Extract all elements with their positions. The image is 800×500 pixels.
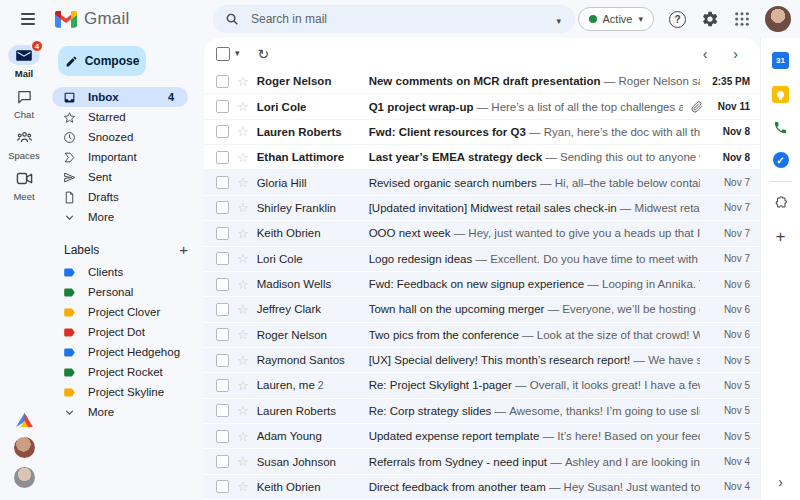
email-row[interactable]: ☆ Lauren, me 2 Re: Project Skylight 1-pa… (204, 373, 760, 398)
star-icon[interactable]: ☆ (237, 75, 249, 88)
sidebar-label[interactable]: Project Dot (48, 322, 204, 342)
row-checkbox[interactable] (216, 176, 229, 189)
rail-item-chat[interactable]: Chat (8, 86, 40, 120)
email-row[interactable]: ☆ Roger Nelson Two pics from the confere… (204, 323, 760, 348)
sidebar-label[interactable]: Project Rocket (48, 362, 204, 382)
row-checkbox[interactable] (216, 100, 229, 113)
newer-page-button[interactable]: ‹ (703, 47, 708, 61)
select-options-caret[interactable]: ▾ (235, 49, 240, 58)
row-checkbox[interactable] (216, 328, 229, 341)
email-row[interactable]: ☆ Lauren Roberts Re: Corp strategy slide… (204, 399, 760, 424)
labels-more[interactable]: More (48, 402, 204, 422)
main-menu-button[interactable] (15, 6, 41, 32)
voice-phone-icon (773, 120, 788, 135)
settings-button[interactable] (701, 10, 719, 28)
google-apps-button[interactable] (734, 11, 750, 27)
sidebar-item-drafts[interactable]: Drafts (52, 187, 188, 207)
rail-item-meet[interactable]: Meet (8, 168, 40, 202)
email-row[interactable]: ☆ Gloria Hill Revised organic search num… (204, 170, 760, 195)
row-checkbox[interactable] (216, 75, 229, 88)
calendar-panel-button[interactable]: 31 (772, 52, 789, 69)
contact-avatar[interactable] (14, 437, 35, 458)
sidebar-label[interactable]: Clients (48, 262, 204, 282)
email-row[interactable]: ☆ Raymond Santos [UX] Special delivery! … (204, 348, 760, 373)
star-icon[interactable]: ☆ (237, 100, 249, 113)
row-checkbox[interactable] (216, 151, 229, 164)
email-row[interactable]: ☆ Ethan Lattimore Last year’s EMEA strat… (204, 145, 760, 170)
keep-panel-button[interactable] (772, 86, 789, 103)
row-checkbox[interactable] (216, 455, 229, 468)
star-icon[interactable]: ☆ (237, 252, 249, 265)
search-bar[interactable]: ▾ (213, 5, 575, 33)
email-row[interactable]: ☆ Keith Obrien OOO next week — Hey, just… (204, 221, 760, 246)
star-icon[interactable]: ☆ (237, 176, 249, 189)
row-checkbox[interactable] (216, 379, 229, 392)
star-icon[interactable]: ☆ (237, 227, 249, 240)
panel-collapse-button[interactable]: › (778, 474, 783, 490)
account-avatar[interactable] (765, 6, 791, 32)
star-icon[interactable]: ☆ (237, 455, 249, 468)
search-input[interactable] (249, 11, 544, 27)
email-row[interactable]: ☆ Lori Cole Logo redesign ideas — Excell… (204, 247, 760, 272)
tasks-panel-button[interactable]: ✓ (773, 152, 789, 168)
row-checkbox[interactable] (216, 480, 229, 493)
refresh-button[interactable]: ↻ (258, 47, 270, 61)
sidebar-item-sent[interactable]: Sent (52, 167, 188, 187)
row-checkbox[interactable] (216, 278, 229, 291)
sidebar-label[interactable]: Project Skyline (48, 382, 204, 402)
sidebar-item-inbox[interactable]: Inbox 4 (52, 87, 188, 107)
addons-button[interactable] (773, 195, 788, 210)
sidebar-item-starred[interactable]: Starred (52, 107, 188, 127)
star-icon[interactable]: ☆ (237, 303, 249, 316)
sidebar-item-important[interactable]: Important (52, 147, 188, 167)
sidebar-label[interactable]: Project Clover (48, 302, 204, 322)
email-row[interactable]: ☆ Roger Nelson New comments on MCR draft… (204, 69, 760, 94)
star-icon[interactable]: ☆ (237, 151, 249, 164)
search-options-button[interactable]: ▾ (554, 10, 563, 29)
get-addons-button[interactable]: + (776, 227, 786, 247)
email-row[interactable]: ☆ Adam Young Updated expense report temp… (204, 424, 760, 449)
email-row[interactable]: ☆ Lauren Roberts Fwd: Client resources f… (204, 120, 760, 145)
sidebar-item-more[interactable]: More (52, 207, 188, 227)
row-checkbox[interactable] (216, 354, 229, 367)
star-icon[interactable]: ☆ (237, 430, 249, 443)
email-date: Nov 7 (708, 228, 750, 239)
rail-item-mail[interactable]: 4 Mail (8, 45, 40, 79)
star-icon[interactable]: ☆ (237, 404, 249, 417)
sidebar-label[interactable]: Project Hedgehog (48, 342, 204, 362)
star-icon[interactable]: ☆ (237, 278, 249, 291)
sidebar-label[interactable]: Personal (48, 282, 204, 302)
row-checkbox[interactable] (216, 430, 229, 443)
email-row[interactable]: ☆ Madison Wells Fwd: Feedback on new sig… (204, 272, 760, 297)
tasks-icon: ✓ (773, 152, 789, 168)
row-checkbox[interactable] (216, 252, 229, 265)
email-row[interactable]: ☆ Susan Johnson Referrals from Sydney - … (204, 449, 760, 474)
compose-button[interactable]: Compose (58, 46, 146, 76)
mail-unread-badge: 4 (31, 40, 43, 52)
sidebar-item-snoozed[interactable]: Snoozed (52, 127, 188, 147)
contact-avatar[interactable] (14, 467, 35, 488)
email-meta: Nov 8 (708, 126, 750, 137)
star-icon[interactable]: ☆ (237, 354, 249, 367)
star-icon[interactable]: ☆ (237, 328, 249, 341)
star-icon[interactable]: ☆ (237, 201, 249, 214)
row-checkbox[interactable] (216, 404, 229, 417)
row-checkbox[interactable] (216, 227, 229, 240)
row-checkbox[interactable] (216, 201, 229, 214)
select-all-checkbox[interactable] (216, 47, 230, 61)
email-row[interactable]: ☆ Shirley Franklin [Updated invitation] … (204, 196, 760, 221)
create-label-button[interactable]: + (179, 242, 188, 257)
row-checkbox[interactable] (216, 125, 229, 138)
star-icon[interactable]: ☆ (237, 480, 249, 493)
email-row[interactable]: ☆ Lori Cole Q1 project wrap-up — Here’s … (204, 94, 760, 119)
voice-panel-button[interactable] (773, 120, 788, 135)
email-row[interactable]: ☆ Jeffrey Clark Town hall on the upcomin… (204, 297, 760, 322)
star-icon[interactable]: ☆ (237, 379, 249, 392)
older-page-button[interactable]: › (733, 47, 738, 61)
status-selector[interactable]: Active ▾ (578, 7, 655, 31)
row-checkbox[interactable] (216, 303, 229, 316)
help-button[interactable]: ? (669, 11, 686, 28)
rail-item-spaces[interactable]: Spaces (8, 127, 40, 161)
star-icon[interactable]: ☆ (237, 125, 249, 138)
email-row[interactable]: ☆ Keith Obrien Direct feedback from anot… (204, 475, 760, 500)
